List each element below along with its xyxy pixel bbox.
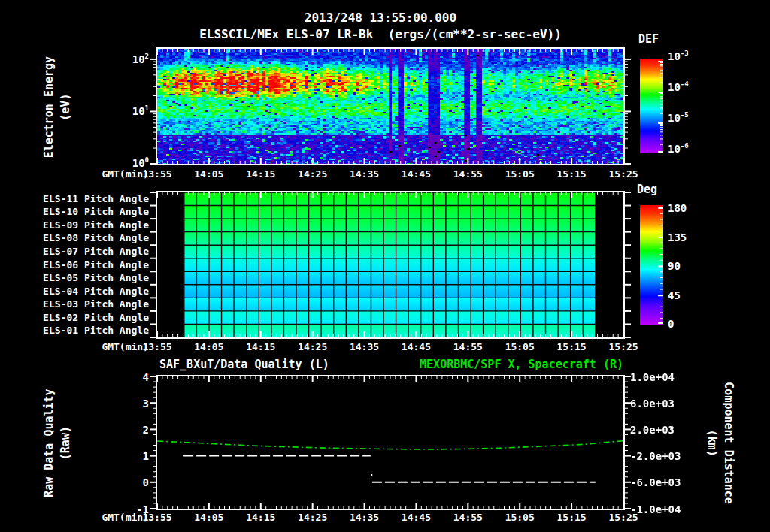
def-colorbar (640, 59, 663, 153)
def-colorbar-tick-label: 10-4 (668, 81, 689, 93)
x-tick-label: 14:25 (286, 342, 339, 353)
distance-tick-label: 1.0e+04 (630, 371, 675, 383)
def-colorbar-tick-label: 10-5 (668, 112, 689, 124)
x-tick-label: 14:45 (390, 342, 442, 353)
pitch-row-label: ELS-01 Pitch Angle (41, 325, 149, 337)
pitch-row-label: ELS-11 Pitch Angle (41, 194, 149, 205)
x-tick-label: 14:35 (338, 342, 391, 353)
distance-y-axis-units: (km) (705, 421, 717, 466)
spectrogram-y-axis-title: Electron Energy (43, 44, 56, 171)
distance-tick-label: -1.0e+04 (630, 503, 681, 515)
deg-colorbar (640, 205, 663, 325)
x-tick-label: 14:25 (286, 512, 339, 524)
x-tick-label: 14:05 (183, 512, 235, 524)
def-colorbar-tick-label: 10-3 (668, 50, 689, 62)
deg-colorbar-tick-label: 180 (668, 202, 687, 214)
distance-tick-label: -6.0e+03 (630, 476, 681, 488)
x-tick-label: 14:15 (235, 342, 287, 353)
quality-tick-label: -1 (104, 503, 149, 515)
x-tick-label: 14:05 (183, 342, 235, 353)
x-tick-label: 14:45 (390, 169, 442, 180)
x-tick-label: 15:05 (493, 512, 546, 524)
distance-y-axis-title: Component Distance (721, 368, 734, 518)
pitch-row-label: ELS-02 Pitch Angle (41, 313, 149, 324)
electron-energy-spectrogram (150, 47, 631, 166)
def-colorbar-tick-label: 10-6 (668, 143, 689, 155)
x-tick-label: 14:05 (183, 169, 235, 180)
deg-colorbar-tick-label: 135 (668, 231, 687, 243)
x-tick-label: 14:55 (441, 169, 494, 180)
pitch-row-label: ELS-03 Pitch Angle (41, 299, 149, 310)
pitch-row-label: ELS-10 Pitch Angle (41, 207, 149, 218)
x-tick-label: 13:55 (131, 169, 183, 180)
pitch-row-label: ELS-09 Pitch Angle (41, 220, 149, 231)
deg-colorbar-tick-label: 45 (668, 289, 681, 301)
x-tick-label: 15:15 (545, 169, 598, 180)
x-tick-label: 14:55 (441, 342, 494, 353)
x-tick-label: 15:25 (597, 169, 650, 180)
x-tick-label: 15:05 (493, 342, 546, 353)
x-tick-label: 14:25 (286, 169, 339, 180)
deg-colorbar-title: Deg (637, 183, 657, 196)
energy-tick-label: 102 (96, 53, 149, 65)
pitch-row-label: ELS-07 Pitch Angle (41, 246, 149, 258)
quality-y-axis-title: Raw Data Quality (43, 376, 56, 511)
x-tick-label: 15:15 (545, 342, 598, 353)
x-tick-label: 14:45 (390, 512, 442, 524)
pitch-row-label: ELS-06 Pitch Angle (41, 260, 149, 271)
pitch-row-label: ELS-08 Pitch Angle (41, 233, 149, 244)
quality-panel-title-right: MEXORBMC/SPF X, Spacecraft (R) (420, 358, 623, 371)
distance-tick-label: 6.0e+03 (630, 397, 675, 410)
x-tick-label: 15:25 (597, 342, 650, 353)
x-tick-label: 14:35 (338, 169, 391, 180)
quality-y-axis-units: (Raw) (59, 417, 72, 470)
deg-colorbar-tick-label: 0 (668, 318, 674, 330)
quality-tick-label: 2 (104, 424, 149, 436)
quality-tick-label: 3 (104, 397, 149, 410)
x-tick-label: 14:55 (441, 512, 494, 524)
spectrogram-y-axis-units: (eV) (59, 85, 72, 130)
x-tick-label: 14:15 (235, 169, 287, 180)
distance-tick-label: 2.0e+03 (630, 424, 675, 436)
energy-tick-label: 101 (96, 105, 149, 117)
x-tick-label: 14:15 (235, 512, 287, 524)
quality-tick-label: 1 (104, 450, 149, 462)
x-tick-label: 15:05 (493, 169, 546, 180)
quality-panel-title-left: SAF_BXuT/Data Quality (L) (159, 358, 329, 371)
deg-colorbar-tick-label: 90 (668, 260, 681, 272)
quality-tick-label: 0 (104, 476, 149, 488)
x-tick-label: 14:35 (338, 512, 391, 524)
page-title: 2013/248 13:55:00.000 (0, 11, 761, 25)
x-tick-label: 15:15 (545, 512, 598, 524)
distance-tick-label: -2.0e+03 (630, 450, 681, 462)
quality-distance-panel (150, 374, 631, 511)
pitch-row-label: ELS-05 Pitch Angle (41, 273, 149, 284)
def-colorbar-title: DEF (638, 33, 659, 46)
quality-tick-label: 4 (104, 371, 149, 383)
pitch-angle-panel (150, 190, 631, 340)
plot-screen: 2013/248 13:55:00.000 ELSSCIL/MEx ELS-07… (0, 0, 770, 532)
pitch-row-label: ELS-04 Pitch Angle (41, 286, 149, 298)
x-tick-label: 13:55 (131, 342, 183, 353)
energy-tick-label: 100 (96, 157, 149, 169)
